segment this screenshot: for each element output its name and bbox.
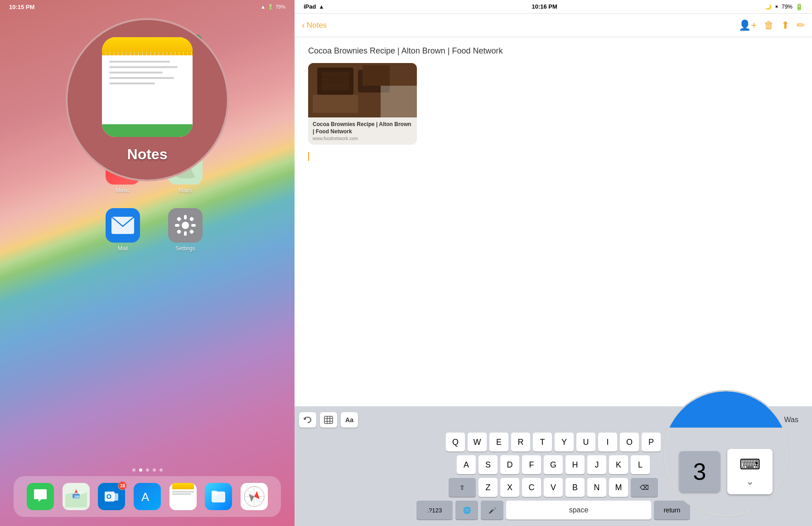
key-return[interactable]: return <box>654 501 690 520</box>
key-t[interactable]: T <box>533 433 552 452</box>
svg-rect-53 <box>324 416 333 424</box>
key-r[interactable]: R <box>511 433 530 452</box>
key-shift[interactable]: ⇧ <box>449 478 476 497</box>
page-dot-5 <box>160 468 163 472</box>
zoom-number-3: 3 <box>679 451 720 492</box>
notes-dock-icon[interactable] <box>169 483 197 510</box>
moon-icon: 🌙 <box>765 4 772 10</box>
key-y[interactable]: Y <box>555 433 574 452</box>
zoom-keyboard-key[interactable]: ⌨ ⌄ <box>727 449 773 494</box>
person-add-icon[interactable]: 👤+ <box>739 19 757 31</box>
text-format-button[interactable]: Aa <box>341 412 358 428</box>
notes-icon-zoomed <box>102 37 193 137</box>
keyboard-area: Aa Is Was Q W E R T Y U I O P <box>295 406 812 526</box>
status-bar-left: 10:15 PM ▲ 🔋 79% <box>0 0 295 14</box>
appstore-dock-icon[interactable]: A <box>134 483 161 510</box>
key-k[interactable]: K <box>609 455 628 474</box>
keyboard-zoom-circle: 3 ⌨ ⌄ <box>662 390 789 517</box>
trash-icon[interactable]: 🗑 <box>764 19 774 31</box>
key-mic[interactable]: 🎤 <box>481 501 503 520</box>
key-m[interactable]: M <box>609 478 628 497</box>
outlook-dock-icon[interactable]: 38 O <box>98 483 125 510</box>
dismiss-keyboard-icon: ⌄ <box>746 476 754 487</box>
files-dock-icon[interactable] <box>205 483 232 510</box>
key-q[interactable]: Q <box>446 433 465 452</box>
svg-text:280: 280 <box>74 495 80 498</box>
safari-icon <box>243 486 265 507</box>
notes-line-1 <box>109 61 170 63</box>
key-i[interactable]: I <box>598 433 617 452</box>
key-u[interactable]: U <box>576 433 595 452</box>
maps-dock-icon[interactable]: 280 <box>63 483 90 510</box>
notes-toolbar: ‹ Notes 👤+ 🗑 ⬆ ✏ <box>295 14 812 37</box>
page-dot-1 <box>132 468 135 472</box>
svg-rect-29 <box>113 493 118 501</box>
settings-icon <box>168 208 203 243</box>
svg-rect-49 <box>381 86 417 117</box>
back-chevron-icon: ‹ <box>302 20 305 30</box>
mail-app-icon[interactable]: Mail <box>96 208 150 252</box>
key-v[interactable]: V <box>544 478 563 497</box>
table-button[interactable] <box>320 412 337 428</box>
key-d[interactable]: D <box>500 455 519 474</box>
svg-rect-19 <box>176 216 181 221</box>
time-left: 10:15 PM <box>9 4 34 10</box>
key-n[interactable]: N <box>587 478 606 497</box>
table-icon <box>324 416 333 424</box>
key-globe[interactable]: 🌐 <box>455 501 478 520</box>
aa-label: Aa <box>345 416 353 424</box>
svg-rect-17 <box>175 224 179 227</box>
key-g[interactable]: G <box>544 455 563 474</box>
compose-icon[interactable]: ✏ <box>797 19 805 31</box>
status-icons-left: ▲ 🔋 79% <box>261 4 285 10</box>
svg-point-14 <box>182 222 189 229</box>
link-preview-title: Cocoa Brownies Recipe | Alton Brown | Fo… <box>313 121 412 135</box>
key-p[interactable]: P <box>642 433 661 452</box>
settings-gear-icon <box>174 214 197 237</box>
key-x[interactable]: X <box>500 478 519 497</box>
notes-dock-white <box>169 489 197 510</box>
mail-label: Mail <box>118 245 128 252</box>
key-z[interactable]: Z <box>478 478 498 497</box>
key-j[interactable]: J <box>587 455 606 474</box>
music-label: Music <box>116 187 130 194</box>
key-w[interactable]: W <box>468 433 487 452</box>
back-to-notes-button[interactable]: ‹ Notes <box>302 20 327 30</box>
undo-icon <box>303 416 312 424</box>
key-h[interactable]: H <box>566 455 585 474</box>
mail-envelope-icon <box>111 216 135 234</box>
link-preview-image <box>308 63 417 117</box>
key-e[interactable]: E <box>489 433 508 452</box>
key-s[interactable]: S <box>478 455 498 474</box>
appstore-icon: A <box>139 488 155 505</box>
key-b[interactable]: B <box>566 478 585 497</box>
share-icon[interactable]: ⬆ <box>781 19 789 31</box>
key-backspace[interactable]: ⌫ <box>631 478 658 497</box>
outlook-badge: 38 <box>118 481 127 490</box>
status-bar-right: iPad ▲ 10:16 PM 🌙 ✶ 79% 🔋 <box>295 0 812 14</box>
page-dots <box>0 468 295 472</box>
svg-rect-22 <box>189 229 194 234</box>
svg-rect-21 <box>176 229 181 234</box>
key-numbers[interactable]: .?123 <box>416 501 453 520</box>
key-a[interactable]: A <box>457 455 476 474</box>
dock: 280 38 O A <box>14 476 281 517</box>
left-panel: 10:15 PM ▲ 🔋 79% Wednesday 20 Calendar <box>0 0 295 526</box>
svg-text:O: O <box>106 493 111 500</box>
messages-dock-icon[interactable] <box>27 483 54 510</box>
maps-label: Maps <box>179 187 192 194</box>
notes-dock-line1 <box>172 491 194 492</box>
toolbar-actions: 👤+ 🗑 ⬆ ✏ <box>739 19 805 31</box>
status-right: 🌙 ✶ 79% 🔋 <box>765 3 803 10</box>
safari-dock-icon[interactable] <box>241 483 268 510</box>
key-l[interactable]: L <box>631 455 650 474</box>
key-o[interactable]: O <box>620 433 639 452</box>
settings-app-icon[interactable]: Settings <box>158 208 213 252</box>
svg-rect-33 <box>212 491 217 493</box>
status-left: iPad ▲ <box>304 3 324 10</box>
key-c[interactable]: C <box>522 478 541 497</box>
ipad-label: iPad <box>304 3 316 10</box>
undo-button[interactable] <box>299 412 316 428</box>
key-space[interactable]: space <box>506 501 651 520</box>
key-f[interactable]: F <box>522 455 541 474</box>
